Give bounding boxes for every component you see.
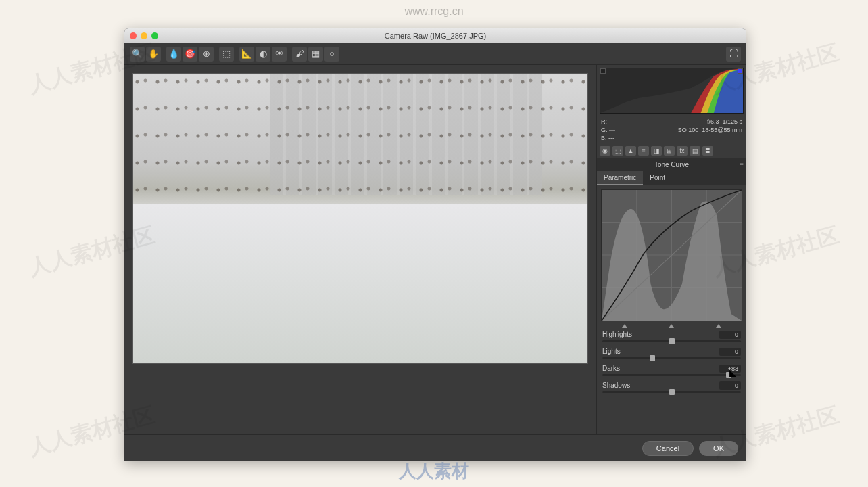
hand-tool[interactable]: ✋ xyxy=(146,47,161,62)
darks-label: Darks xyxy=(602,365,620,373)
minimize-window-button[interactable] xyxy=(141,32,147,39)
darks-slider[interactable] xyxy=(602,374,741,376)
shadows-value[interactable]: 0 xyxy=(719,381,741,390)
shadows-label: Shadows xyxy=(602,381,630,390)
highlights-label: Highlights xyxy=(602,331,632,339)
crop-tool[interactable]: ⬚ xyxy=(219,47,234,62)
exif-aperture: f/6.3 xyxy=(707,118,719,125)
shadows-thumb[interactable] xyxy=(669,389,675,395)
white-balance-tool[interactable]: 💧 xyxy=(166,47,181,62)
point-tab[interactable]: Point xyxy=(643,171,672,185)
histogram[interactable] xyxy=(600,68,744,114)
rgb-b-value: --- xyxy=(608,135,614,141)
darks-row: Darks +83 xyxy=(602,365,741,376)
bottom-watermark: 人人素材 xyxy=(399,459,469,483)
tone-curve-tab-icon[interactable]: ⬚ xyxy=(612,146,623,156)
dialog-footer: Cancel OK xyxy=(124,434,746,461)
lens-tab-icon[interactable]: ⊞ xyxy=(664,146,675,156)
panel-title: Tone Curve xyxy=(654,161,689,168)
rgb-r-label: R: xyxy=(601,118,607,125)
redeye-tool[interactable]: 👁 xyxy=(272,47,287,62)
cancel-button[interactable]: Cancel xyxy=(642,441,694,456)
targeted-adjust-tool[interactable]: ⊕ xyxy=(199,47,214,62)
lights-value[interactable]: 0 xyxy=(719,348,741,356)
close-window-button[interactable] xyxy=(130,32,137,39)
watermark-url: www.rrcg.cn xyxy=(404,5,463,18)
split-tone-tab-icon[interactable]: ◨ xyxy=(651,146,662,156)
curve-mode-tabs: Parametric Point xyxy=(597,171,746,185)
exif-lens: 18-55@55 mm xyxy=(702,126,742,133)
straighten-tool[interactable]: 📐 xyxy=(239,47,254,62)
zoom-tool[interactable]: 🔍 xyxy=(130,47,145,62)
rgb-b-label: B: xyxy=(601,135,607,141)
exif-iso: ISO 100 xyxy=(676,126,698,133)
rgb-g-value: --- xyxy=(609,126,615,133)
tone-curve-editor[interactable] xyxy=(601,189,742,321)
shadow-clip-warning[interactable] xyxy=(600,68,606,74)
color-sampler-tool[interactable]: 🎯 xyxy=(183,47,197,62)
panel-menu-icon[interactable]: ≡ xyxy=(740,161,744,168)
shadows-slider[interactable] xyxy=(602,391,741,393)
darks-thumb[interactable] xyxy=(726,372,731,378)
rgb-g-label: G: xyxy=(601,126,608,133)
window-title: Camera Raw (IMG_2867.JPG) xyxy=(385,32,486,40)
ok-button[interactable]: OK xyxy=(699,441,738,456)
highlight-clip-warning[interactable] xyxy=(738,68,743,74)
adjustment-tab-strip: ◉ ⬚ ▲ ≡ ◨ ⊞ fx ▤ ≣ xyxy=(597,143,746,158)
adjustment-brush-tool[interactable]: 🖌 xyxy=(292,47,307,62)
spot-removal-tool[interactable]: ◐ xyxy=(256,47,270,62)
lights-slider[interactable] xyxy=(602,357,741,359)
graduated-filter-tool[interactable]: ▦ xyxy=(308,47,323,62)
exif-readout: R: --- G: --- B: --- f/6.3 1/125 s ISO 1… xyxy=(597,116,746,143)
presets-tab-icon[interactable]: ≣ xyxy=(702,146,713,156)
exif-shutter: 1/125 s xyxy=(722,118,742,125)
shadows-row: Shadows 0 xyxy=(602,381,741,393)
radial-filter-tool[interactable]: ○ xyxy=(324,47,339,62)
highlights-slider[interactable] xyxy=(602,340,741,342)
lights-row: Lights 0 xyxy=(602,348,741,359)
maximize-window-button[interactable] xyxy=(151,32,158,39)
rgb-r-value: --- xyxy=(609,118,615,125)
image-preview-area[interactable] xyxy=(124,65,596,434)
highlights-row: Highlights 0 xyxy=(602,331,741,342)
fx-tab-icon[interactable]: fx xyxy=(677,146,688,156)
lights-label: Lights xyxy=(602,348,621,356)
camera-raw-window: Camera Raw (IMG_2867.JPG) 🔍 ✋ 💧 🎯 ⊕ ⬚ 📐 … xyxy=(124,28,746,461)
panel-title-bar: Tone Curve ≡ xyxy=(597,158,746,171)
adjustments-panel: R: --- G: --- B: --- f/6.3 1/125 s ISO 1… xyxy=(596,65,746,434)
parametric-sliders: Highlights 0 Lights 0 Darks +83 xyxy=(597,328,746,401)
detail-tab-icon[interactable]: ▲ xyxy=(625,146,636,156)
main-toolbar: 🔍 ✋ 💧 🎯 ⊕ ⬚ 📐 ◐ 👁 🖌 ▦ ○ ⛶ xyxy=(124,43,746,65)
fullscreen-toggle[interactable]: ⛶ xyxy=(726,47,741,62)
highlights-thumb[interactable] xyxy=(669,338,675,344)
calibration-tab-icon[interactable]: ▤ xyxy=(690,146,700,156)
basic-tab-icon[interactable]: ◉ xyxy=(600,146,610,156)
parametric-tab[interactable]: Parametric xyxy=(597,171,643,185)
titlebar: Camera Raw (IMG_2867.JPG) xyxy=(124,28,746,43)
highlights-value[interactable]: 0 xyxy=(719,331,741,339)
lights-thumb[interactable] xyxy=(650,355,655,361)
preview-image xyxy=(132,73,588,364)
hsl-tab-icon[interactable]: ≡ xyxy=(638,146,649,156)
traffic-lights xyxy=(130,32,158,39)
